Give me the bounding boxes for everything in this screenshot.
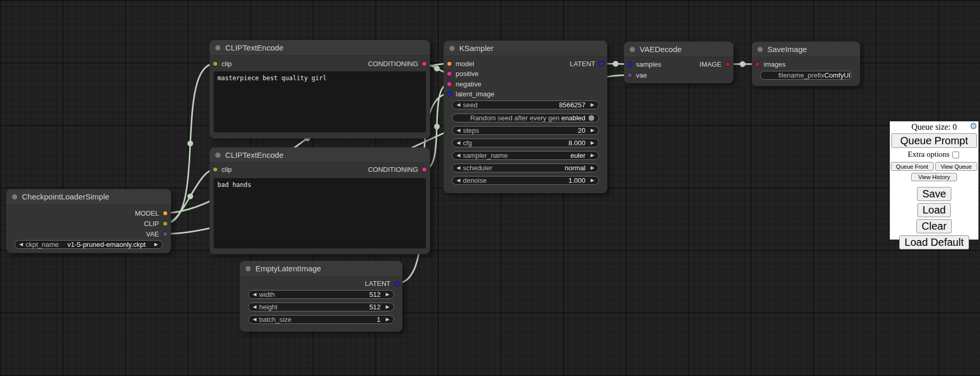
- queue-front-button[interactable]: Queue Front: [891, 162, 934, 171]
- model-input-dot[interactable]: [447, 61, 452, 66]
- output-slot-clip[interactable]: CLIP: [144, 220, 168, 228]
- queue-prompt-button[interactable]: Queue Prompt: [891, 133, 977, 148]
- output-slot-conditioning[interactable]: CONDITIONING: [368, 60, 427, 68]
- node-graph-canvas[interactable]: CheckpointLoaderSimple MODEL CLIP VAE ◀ …: [0, 0, 980, 376]
- decrement-arrow-icon[interactable]: ◀: [457, 128, 460, 133]
- random-seed-toggle-widget[interactable]: Random seed after every gen enabled: [452, 114, 599, 122]
- increment-arrow-icon[interactable]: ▶: [591, 166, 594, 170]
- input-slot-images[interactable]: images: [755, 60, 786, 68]
- latent-output-dot[interactable]: [599, 61, 604, 66]
- decrement-arrow-icon[interactable]: ◀: [457, 103, 460, 107]
- output-slot-image[interactable]: IMAGE: [700, 60, 730, 68]
- node-title-bar[interactable]: CLIPTextEncode: [210, 40, 430, 56]
- sampler-name-widget[interactable]: ◀ sampler_name euler ▶: [452, 151, 599, 160]
- save-button[interactable]: Save: [917, 187, 951, 201]
- output-slot-latent[interactable]: LATENT: [570, 60, 604, 68]
- increment-arrow-icon[interactable]: ▶: [386, 317, 389, 322]
- collapse-dot-icon[interactable]: [215, 45, 220, 51]
- increment-arrow-icon[interactable]: ▶: [591, 178, 594, 183]
- increment-arrow-icon[interactable]: ▶: [386, 292, 389, 297]
- load-button[interactable]: Load: [917, 203, 951, 217]
- width-widget[interactable]: ◀ width 512 ▶: [248, 290, 394, 299]
- filename-prefix-widget[interactable]: filename_prefix ComfyUI: [760, 71, 852, 80]
- node-save-image: SaveImage images filename_prefix ComfyUI: [752, 42, 860, 86]
- decrement-arrow-icon[interactable]: ◀: [253, 292, 256, 297]
- extra-options-label: Extra options: [908, 150, 949, 158]
- output-slot-latent[interactable]: LATENT: [365, 280, 399, 287]
- positive-prompt-textarea[interactable]: masterpiece best quality girl: [214, 71, 426, 132]
- collapse-dot-icon[interactable]: [757, 47, 763, 52]
- collapse-dot-icon[interactable]: [12, 194, 17, 199]
- decrement-arrow-icon[interactable]: ◀: [457, 153, 460, 158]
- node-title-bar[interactable]: CheckpointLoaderSimple: [6, 189, 171, 205]
- queue-size-label: Queue size: 0: [911, 122, 957, 131]
- vae-output-dot[interactable]: [163, 231, 168, 236]
- collapse-dot-icon[interactable]: [449, 46, 455, 51]
- node-title-bar[interactable]: CLIPTextEncode: [210, 147, 430, 163]
- latent-output-dot[interactable]: [394, 281, 399, 286]
- input-slot-samples[interactable]: samples: [627, 60, 661, 68]
- increment-arrow-icon[interactable]: ▶: [386, 305, 389, 309]
- node-vae-decode: VAEDecode samples vae IMAGE: [624, 42, 733, 83]
- collapse-dot-icon[interactable]: [630, 47, 635, 52]
- increment-arrow-icon[interactable]: ▶: [591, 103, 594, 107]
- input-slot-model[interactable]: model: [447, 60, 474, 68]
- conditioning-output-dot[interactable]: [422, 61, 427, 66]
- latent-image-input-dot[interactable]: [447, 91, 452, 96]
- increment-arrow-icon[interactable]: ▶: [154, 242, 158, 247]
- samples-input-dot[interactable]: [627, 61, 632, 67]
- input-slot-clip[interactable]: clip: [213, 60, 232, 68]
- negative-input-dot[interactable]: [447, 81, 452, 86]
- output-slot-model[interactable]: MODEL: [135, 209, 168, 217]
- images-input-dot[interactable]: [755, 61, 760, 67]
- decrement-arrow-icon[interactable]: ◀: [457, 178, 460, 183]
- decrement-arrow-icon[interactable]: ◀: [457, 141, 460, 145]
- increment-arrow-icon[interactable]: ▶: [591, 128, 594, 133]
- load-default-button[interactable]: Load Default: [899, 235, 969, 249]
- queue-menu-panel: Queue size: 0 ⚙ Queue Prompt Extra optio…: [890, 121, 978, 240]
- image-output-dot[interactable]: [725, 61, 730, 67]
- collapse-dot-icon[interactable]: [215, 153, 220, 158]
- input-slot-positive[interactable]: positive: [447, 70, 479, 78]
- output-slot-conditioning[interactable]: CONDITIONING: [368, 166, 427, 173]
- increment-arrow-icon[interactable]: ▶: [591, 153, 594, 158]
- decrement-arrow-icon[interactable]: ◀: [457, 166, 460, 170]
- model-output-dot[interactable]: [163, 210, 168, 216]
- output-slot-vae[interactable]: VAE: [146, 230, 168, 238]
- input-slot-vae[interactable]: vae: [627, 71, 647, 79]
- height-widget[interactable]: ◀ height 512 ▶: [248, 303, 394, 311]
- decrement-arrow-icon[interactable]: ◀: [253, 305, 256, 309]
- decrement-arrow-icon[interactable]: ◀: [19, 242, 23, 247]
- clip-output-dot[interactable]: [163, 221, 168, 226]
- positive-input-dot[interactable]: [447, 71, 452, 76]
- negative-prompt-textarea[interactable]: bad hands: [214, 178, 426, 248]
- conditioning-output-dot[interactable]: [422, 167, 427, 172]
- clear-button[interactable]: Clear: [916, 219, 952, 233]
- node-title-bar[interactable]: SaveImage: [752, 42, 860, 57]
- collapse-dot-icon[interactable]: [246, 266, 251, 271]
- seed-widget[interactable]: ◀ seed 8566257 ▶: [452, 101, 599, 109]
- input-slot-negative[interactable]: negative: [447, 80, 481, 88]
- node-title-bar[interactable]: EmptyLatentImage: [240, 261, 402, 277]
- ckpt-name-widget[interactable]: ◀ ckpt_name v1-5-pruned-emaonly.ckpt ▶: [15, 240, 163, 249]
- settings-gear-icon[interactable]: ⚙: [970, 121, 977, 131]
- toggle-enabled-icon[interactable]: [589, 115, 594, 121]
- clip-input-dot[interactable]: [213, 167, 218, 172]
- cfg-widget[interactable]: ◀ cfg 8.000 ▶: [452, 139, 599, 147]
- extra-options-checkbox[interactable]: [952, 152, 959, 158]
- decrement-arrow-icon[interactable]: ◀: [253, 317, 256, 322]
- node-title-bar[interactable]: KSampler: [444, 41, 607, 56]
- vae-input-dot[interactable]: [627, 72, 632, 78]
- node-empty-latent-image: EmptyLatentImage LATENT ◀ width 512 ▶ ◀ …: [240, 261, 402, 332]
- input-slot-latent-image[interactable]: latent_image: [447, 90, 494, 98]
- scheduler-widget[interactable]: ◀ scheduler normal ▶: [452, 164, 599, 172]
- denoise-widget[interactable]: ◀ denoise 1.000 ▶: [452, 176, 599, 185]
- view-queue-button[interactable]: View Queue: [935, 162, 978, 171]
- increment-arrow-icon[interactable]: ▶: [591, 141, 594, 145]
- node-title-bar[interactable]: VAEDecode: [624, 42, 733, 57]
- steps-widget[interactable]: ◀ steps 20 ▶: [452, 126, 599, 135]
- clip-input-dot[interactable]: [213, 61, 218, 66]
- input-slot-clip[interactable]: clip: [213, 166, 232, 173]
- view-history-button[interactable]: View History: [911, 173, 957, 181]
- batch-size-widget[interactable]: ◀ batch_size 1 ▶: [248, 315, 394, 324]
